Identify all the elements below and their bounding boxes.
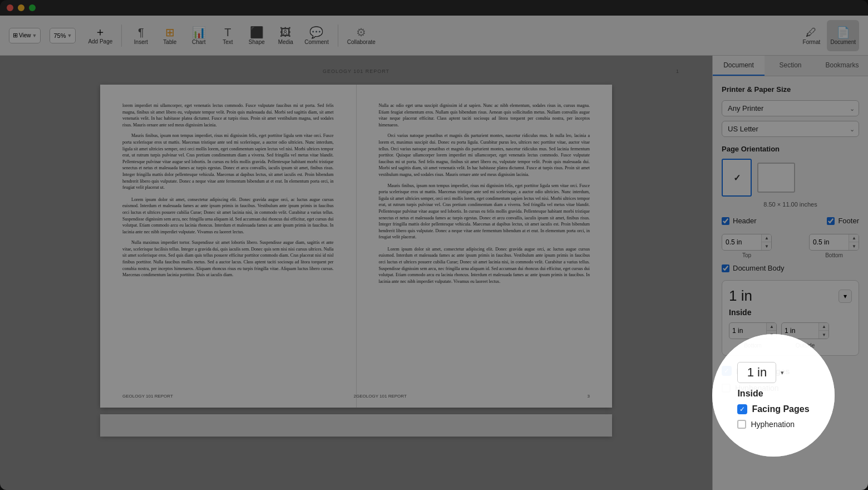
comment-button[interactable]: 💬 Comment	[301, 20, 332, 51]
text-icon: T	[224, 26, 231, 39]
margin-top-wrapper: ▲ ▼	[729, 322, 777, 339]
margin-outside-down[interactable]: ▼	[819, 331, 829, 339]
shape-button[interactable]: ⬛ Shape	[243, 20, 270, 51]
header-value-input[interactable]	[722, 236, 761, 248]
tab-bookmarks[interactable]: Bookmarks	[816, 56, 868, 76]
footer-value-group: ▲ ▼ Bottom	[809, 234, 859, 258]
margin-top-input[interactable]	[729, 325, 766, 336]
document-button[interactable]: 📄 Document	[827, 20, 859, 51]
document-body-checkbox[interactable]	[722, 264, 729, 272]
body-text-right-1: Nulla ac odio eget urna suscipit digniss…	[379, 102, 590, 128]
margin-outside-label: Outside	[781, 342, 829, 349]
footer-sublabel: Bottom	[809, 252, 859, 258]
hyphenation-row: Hyphenation	[722, 381, 859, 395]
margin-dropdown-trigger[interactable]: ▾	[839, 290, 852, 303]
page-orientation-section: Page Orientation ✓ 8.50 × 11.00 inches	[722, 145, 859, 208]
margin-bottom-label: Bottom	[729, 342, 777, 349]
zoom-value: 75%	[53, 32, 66, 39]
hyphenation-checkbox[interactable]	[722, 384, 731, 393]
main-area: GEOLOGY 101 REPORT 1 lorem imperdiet mi …	[0, 56, 868, 490]
margin-top-down[interactable]: ▼	[767, 331, 777, 339]
zoom-group: 75% ▼	[50, 28, 76, 43]
header-down-button[interactable]: ▼	[762, 242, 772, 250]
format-icon: 🖊	[806, 26, 817, 39]
portrait-check: ✓	[733, 173, 741, 183]
add-page-button[interactable]: ＋ Add Page	[85, 20, 116, 51]
portrait-option: ✓	[722, 159, 752, 197]
panel-tabs: Document Section Bookmarks	[713, 56, 868, 76]
facing-pages-checkbox[interactable]: ✓	[722, 366, 732, 376]
insert-icon: ¶	[138, 26, 144, 39]
format-button[interactable]: 🖊 Format	[798, 20, 825, 51]
media-label: Media	[278, 39, 293, 45]
margin-value-display: 1 in	[729, 287, 752, 305]
text-label: Text	[223, 39, 233, 45]
fullscreen-button[interactable]	[29, 4, 36, 11]
canvas-area[interactable]: GEOLOGY 101 REPORT 1 lorem imperdiet mi …	[0, 56, 712, 490]
header-footer-values: ▲ ▼ Top ▲ ▼ Bottom	[722, 234, 859, 258]
view-button[interactable]: ⊞ View ▼	[9, 28, 41, 43]
chart-icon: 📊	[192, 26, 206, 39]
footer-down-button[interactable]: ▼	[849, 242, 859, 250]
footer-value-input[interactable]	[810, 236, 849, 248]
comment-label: Comment	[304, 39, 328, 45]
chart-label: Chart	[192, 39, 205, 45]
toolbar-separator-1	[121, 24, 122, 47]
close-button[interactable]	[7, 4, 13, 11]
header-checkbox-row: Header	[722, 217, 757, 225]
header-up-button[interactable]: ▲	[762, 234, 772, 242]
body-text-4: Nulla maximus imperdiet tortor. Suspendi…	[122, 239, 334, 278]
chart-button[interactable]: 📊 Chart	[185, 20, 212, 51]
collaborate-button[interactable]: ⚙ Collaborate	[344, 20, 379, 51]
document-label: Document	[830, 39, 856, 45]
header-checkbox[interactable]	[722, 217, 729, 225]
header-title: GEOLOGY 101 REPORT	[323, 68, 389, 74]
paper-size-dropdown[interactable]: US Letter US Legal A4	[722, 121, 859, 137]
margin-top-stepper: ▲ ▼	[766, 323, 777, 339]
text-button[interactable]: T Text	[214, 20, 241, 51]
landscape-box[interactable]	[757, 163, 795, 193]
margin-top-up[interactable]: ▲	[767, 323, 777, 331]
header-value-group: ▲ ▼ Top	[722, 234, 772, 258]
margin-outside-group: ▲ ▼	[781, 322, 829, 339]
header-footer-row: Header Footer	[722, 217, 859, 231]
panel-content: Printer & Paper Size Any Printer PDF ⌄ U…	[713, 76, 868, 490]
body-text-1: lorem imperdiet mi ullamcorper, eget ven…	[122, 102, 334, 128]
body-text-3: Lorem ipsum dolor sit amet, consectetur …	[122, 197, 334, 236]
margin-outside-up[interactable]: ▲	[819, 323, 829, 331]
table-label: Table	[163, 39, 176, 45]
printer-paper-title: Printer & Paper Size	[722, 85, 859, 94]
footer-up-button[interactable]: ▲	[849, 234, 859, 242]
footer-checkbox[interactable]	[827, 217, 835, 225]
header-label: Header	[733, 217, 757, 225]
insert-button[interactable]: ¶ Insert	[127, 20, 154, 51]
document-body-label: Document Body	[733, 264, 785, 272]
page-3-number: 3	[588, 393, 590, 400]
inside-label: Inside	[729, 308, 852, 317]
media-button[interactable]: 🖼 Media	[272, 20, 299, 51]
zoom-dropdown-icon: ▼	[67, 33, 72, 38]
hyphenation-label: Hyphenation	[735, 384, 779, 393]
footer-checkbox-row: Footer	[827, 217, 859, 225]
zoom-button[interactable]: 75% ▼	[50, 28, 76, 43]
portrait-box[interactable]: ✓	[722, 159, 752, 197]
margins-section: 1 in ▾ Inside ▲ ▼	[722, 280, 859, 356]
tab-section[interactable]: Section	[765, 56, 816, 76]
add-page-icon: ＋	[95, 26, 106, 37]
margin-bottom-labels: Bottom Outside	[729, 342, 852, 349]
printer-dropdown[interactable]: Any Printer PDF	[722, 100, 859, 116]
minimize-button[interactable]	[18, 4, 24, 11]
collaborate-label: Collaborate	[347, 39, 376, 45]
margin-outside-input[interactable]	[782, 325, 818, 336]
table-button[interactable]: ⊞ Table	[156, 20, 183, 51]
page-2-footer: GEOLOGY 101 REPORT 2	[122, 393, 356, 400]
body-text-right-3: Mauris finibus, ipsum non tempus imperdi…	[379, 183, 590, 241]
document-spread: lorem imperdiet mi ullamcorper, eget ven…	[100, 85, 612, 408]
document-icon: 📄	[836, 26, 850, 39]
page-3-footer: GEOLOGY 101 REPORT 3	[356, 393, 590, 400]
format-label: Format	[803, 39, 821, 45]
page-1-number: 1	[676, 68, 679, 74]
margin-top-group: ▲ ▼	[729, 322, 777, 339]
tab-document[interactable]: Document	[713, 56, 765, 76]
body-text-right-2: Orci varius natoque penatibus et magnis …	[379, 133, 590, 178]
